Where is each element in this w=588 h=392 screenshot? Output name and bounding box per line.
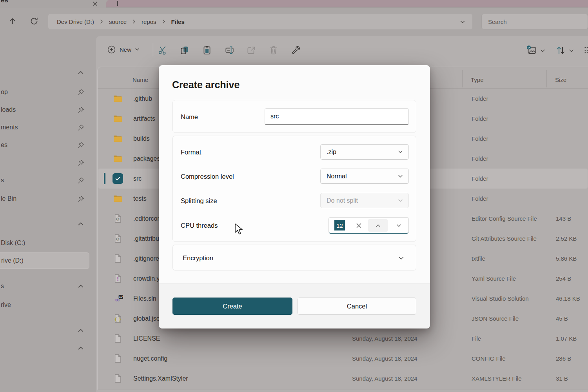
file-type: Visual Studio Solution <box>472 289 529 309</box>
folder-icon <box>113 134 123 143</box>
format-dropdown[interactable]: .zip <box>320 144 409 160</box>
selection-indicator <box>104 173 105 184</box>
svg-text:17: 17 <box>119 295 123 299</box>
sidebar-item-pinned[interactable]: le Bin <box>0 190 91 207</box>
file-name: Files.sln <box>133 289 156 309</box>
sidebar-item-pinned[interactable] <box>0 154 91 171</box>
create-button[interactable]: Create <box>172 298 292 315</box>
plus-circle-icon <box>107 45 116 54</box>
pin-icon[interactable] <box>78 142 84 149</box>
active-tab[interactable] <box>106 0 588 7</box>
sidebar-item-pinned[interactable]: op <box>0 83 91 101</box>
file-size: 1.07 KB <box>556 328 577 348</box>
details-view-icon[interactable] <box>583 45 588 55</box>
section-chevron-up-icon[interactable] <box>78 345 84 351</box>
sidebar-item-pinned[interactable]: s <box>0 172 91 189</box>
name-label: Name <box>181 100 198 133</box>
sidebar-item-pinned[interactable]: es <box>0 136 91 154</box>
close-tab-icon[interactable] <box>93 1 98 6</box>
gear-file-icon: ⚙ <box>113 214 123 223</box>
sidebar-item-drive-c[interactable]: Disk (C:) <box>0 234 91 252</box>
column-divider <box>546 70 547 87</box>
refresh-icon[interactable] <box>29 16 39 26</box>
breadcrumb-segment[interactable]: source <box>109 18 127 25</box>
layout-view-icon[interactable] <box>526 45 537 55</box>
layout-chevron-down-icon[interactable] <box>540 48 545 53</box>
encryption-chevron-down-icon <box>398 255 404 261</box>
tab-text-caret <box>117 1 118 6</box>
pin-icon[interactable] <box>78 177 84 184</box>
breadcrumb-segment[interactable]: Files <box>171 18 185 25</box>
splitting-dropdown: Do not split <box>320 193 409 208</box>
section-chevron-up-icon[interactable] <box>78 221 84 227</box>
copy-icon[interactable] <box>180 45 190 55</box>
column-header-type[interactable]: Type <box>471 76 484 83</box>
decrement-chevron-down-icon[interactable] <box>391 219 407 232</box>
folder-icon <box>113 194 123 203</box>
sidebar-item-drive-d[interactable]: rive (D:) <box>0 252 89 269</box>
sidebar: oploadsmentsessle BinDisk (C:)rive (D:)s… <box>0 63 93 361</box>
gear-file-icon: ⚙ <box>113 234 123 243</box>
sidebar-item-label: loads <box>1 101 16 118</box>
file-icon <box>113 354 123 363</box>
file-type: CONFIG File <box>472 348 506 368</box>
share-icon[interactable] <box>246 45 256 55</box>
file-type: Folder <box>472 89 488 109</box>
options-card: Format .zip Compression level Normal Spl… <box>172 136 416 242</box>
column-header-size[interactable]: Size <box>555 76 566 83</box>
file-name: LICENSE <box>133 328 160 348</box>
chevron-down-icon <box>398 198 403 203</box>
cancel-button[interactable]: Cancel <box>298 298 416 315</box>
breadcrumb-segment[interactable]: repos <box>142 18 156 25</box>
pin-icon[interactable] <box>78 124 84 131</box>
address-bar-chevron-down-icon[interactable] <box>460 19 465 25</box>
toolbar: New <box>96 36 588 64</box>
breadcrumb-segment[interactable]: Dev Drive (D:) <box>57 18 94 25</box>
sidebar-item-label: ments <box>1 119 18 136</box>
svg-text:⚙: ⚙ <box>116 236 120 242</box>
sidebar-item-pinned[interactable]: ments <box>0 119 91 136</box>
sidebar-section-header[interactable]: s <box>0 278 91 295</box>
table-row[interactable]: nuget.configSunday, August 18, 2024CONFI… <box>98 348 588 368</box>
archive-name-input[interactable] <box>265 108 409 125</box>
compression-label: Compression level <box>181 169 234 184</box>
cpu-threads-spinbox[interactable]: 12 <box>328 217 409 234</box>
encryption-expander[interactable]: Encryption <box>172 245 416 270</box>
rename-icon[interactable] <box>224 45 234 55</box>
pin-icon[interactable] <box>78 160 84 166</box>
cut-icon[interactable] <box>158 45 168 55</box>
pin-icon[interactable] <box>78 89 84 96</box>
encryption-label: Encryption <box>183 245 213 271</box>
file-name: builds <box>133 129 150 149</box>
compression-dropdown[interactable]: Normal <box>320 169 409 184</box>
clear-icon[interactable] <box>353 220 365 231</box>
archive-tools-wrench-icon[interactable] <box>291 45 301 55</box>
breadcrumb[interactable]: Dev Drive (D:)sourcereposFiles <box>48 14 472 29</box>
column-header-name[interactable]: Name <box>132 76 148 83</box>
file-type: Folder <box>472 129 488 149</box>
folder-icon <box>113 94 123 103</box>
search-input[interactable] <box>481 14 588 29</box>
sort-chevron-down-icon[interactable] <box>569 48 574 53</box>
table-row[interactable]: LICENSESunday, August 18, 2024File1.07 K… <box>98 328 588 348</box>
sidebar-item-pinned[interactable]: loads <box>0 101 91 118</box>
sidebar-item-onedrive[interactable]: rive <box>0 296 91 314</box>
sidebar-item-label: s <box>1 172 4 189</box>
file-date-modified: Sunday, August 18, 2024 <box>352 328 417 348</box>
pin-icon[interactable] <box>78 196 84 202</box>
pin-icon[interactable] <box>78 107 84 113</box>
file-type: File <box>472 328 481 348</box>
file-name: .gitignore <box>133 249 159 269</box>
section-chevron-up-icon[interactable] <box>78 69 84 76</box>
increment-chevron-up-icon[interactable] <box>368 219 388 232</box>
new-button[interactable]: New <box>102 41 144 58</box>
delete-icon[interactable] <box>269 45 279 55</box>
table-row[interactable]: Settings.XamlStylerSunday, August 18, 20… <box>98 368 588 388</box>
sidebar-item-label: rive <box>1 296 11 314</box>
navigate-up-icon[interactable] <box>8 16 17 26</box>
sort-icon[interactable] <box>555 45 566 55</box>
paste-icon[interactable] <box>202 45 212 55</box>
checkbox-checked-icon[interactable] <box>113 173 123 184</box>
section-chevron-up-icon[interactable] <box>78 327 84 334</box>
breadcrumb-chevron-right-icon <box>162 19 166 24</box>
